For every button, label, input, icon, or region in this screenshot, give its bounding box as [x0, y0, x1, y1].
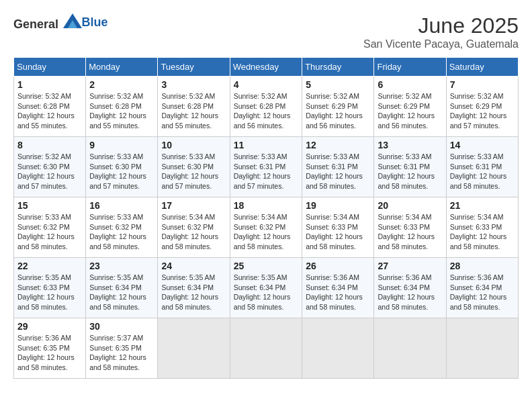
day-number: 8	[17, 140, 82, 150]
day-detail: Sunrise: 5:33 AMSunset: 6:30 PMDaylight:…	[89, 152, 154, 191]
day-cell-26: 26Sunrise: 5:36 AMSunset: 6:34 PMDayligh…	[302, 258, 374, 318]
day-cell-24: 24Sunrise: 5:35 AMSunset: 6:34 PMDayligh…	[158, 258, 230, 318]
day-detail: Sunrise: 5:32 AMSunset: 6:28 PMDaylight:…	[161, 91, 226, 131]
day-cell-17: 17Sunrise: 5:34 AMSunset: 6:32 PMDayligh…	[158, 197, 230, 258]
week-row-3: 15Sunrise: 5:33 AMSunset: 6:32 PMDayligh…	[14, 197, 519, 258]
day-cell-21: 21Sunrise: 5:34 AMSunset: 6:33 PMDayligh…	[446, 197, 518, 258]
day-cell-11: 11Sunrise: 5:33 AMSunset: 6:31 PMDayligh…	[230, 137, 302, 197]
day-number: 27	[378, 261, 442, 271]
logo-general: General	[13, 17, 58, 31]
title-area: June 2025 San Vicente Pacaya, Guatemala	[363, 13, 519, 50]
day-number: 21	[450, 200, 515, 211]
day-cell-12: 12Sunrise: 5:33 AMSunset: 6:31 PMDayligh…	[302, 137, 374, 197]
header-saturday: Saturday	[446, 58, 518, 77]
page-header: General Blue June 2025 San Vicente Pacay…	[13, 13, 519, 50]
day-cell-23: 23Sunrise: 5:35 AMSunset: 6:34 PMDayligh…	[86, 258, 158, 318]
day-detail: Sunrise: 5:33 AMSunset: 6:31 PMDaylight:…	[234, 152, 299, 191]
day-detail: Sunrise: 5:33 AMSunset: 6:31 PMDaylight:…	[306, 152, 370, 191]
day-cell-2: 2Sunrise: 5:32 AMSunset: 6:28 PMDaylight…	[86, 77, 158, 137]
day-number: 4	[234, 79, 299, 90]
day-cell-10: 10Sunrise: 5:33 AMSunset: 6:30 PMDayligh…	[158, 137, 230, 197]
day-detail: Sunrise: 5:33 AMSunset: 6:32 PMDaylight:…	[89, 212, 154, 252]
empty-cell	[446, 318, 518, 379]
day-detail: Sunrise: 5:36 AMSunset: 6:34 PMDaylight:…	[450, 273, 515, 312]
day-cell-22: 22Sunrise: 5:35 AMSunset: 6:33 PMDayligh…	[14, 258, 86, 318]
day-number: 2	[89, 79, 154, 90]
day-cell-28: 28Sunrise: 5:36 AMSunset: 6:34 PMDayligh…	[446, 258, 518, 318]
day-detail: Sunrise: 5:36 AMSunset: 6:35 PMDaylight:…	[17, 333, 82, 373]
day-detail: Sunrise: 5:36 AMSunset: 6:34 PMDaylight:…	[306, 273, 370, 312]
day-number: 30	[89, 321, 154, 332]
day-number: 9	[89, 140, 154, 150]
logo: General Blue	[13, 13, 108, 32]
empty-cell	[230, 318, 302, 379]
day-detail: Sunrise: 5:35 AMSunset: 6:34 PMDaylight:…	[161, 273, 226, 312]
day-cell-25: 25Sunrise: 5:35 AMSunset: 6:34 PMDayligh…	[230, 258, 302, 318]
day-number: 14	[450, 140, 515, 150]
day-cell-14: 14Sunrise: 5:33 AMSunset: 6:31 PMDayligh…	[446, 137, 518, 197]
day-detail: Sunrise: 5:33 AMSunset: 6:31 PMDaylight:…	[378, 152, 442, 191]
day-number: 25	[234, 261, 299, 271]
day-detail: Sunrise: 5:35 AMSunset: 6:34 PMDaylight:…	[234, 273, 299, 312]
day-number: 15	[17, 200, 82, 211]
calendar-subtitle: San Vicente Pacaya, Guatemala	[363, 38, 519, 50]
day-number: 11	[234, 140, 299, 150]
day-number: 23	[89, 261, 154, 271]
header-tuesday: Tuesday	[158, 58, 230, 77]
day-cell-20: 20Sunrise: 5:34 AMSunset: 6:33 PMDayligh…	[374, 197, 446, 258]
day-cell-7: 7Sunrise: 5:32 AMSunset: 6:29 PMDaylight…	[446, 77, 518, 137]
header-monday: Monday	[86, 58, 158, 77]
day-detail: Sunrise: 5:32 AMSunset: 6:28 PMDaylight:…	[89, 91, 154, 131]
day-number: 28	[450, 261, 515, 271]
day-number: 1	[17, 79, 82, 90]
day-cell-13: 13Sunrise: 5:33 AMSunset: 6:31 PMDayligh…	[374, 137, 446, 197]
day-number: 16	[89, 200, 154, 211]
day-number: 20	[378, 200, 442, 211]
day-detail: Sunrise: 5:35 AMSunset: 6:34 PMDaylight:…	[89, 273, 154, 312]
header-friday: Friday	[374, 58, 446, 77]
day-detail: Sunrise: 5:34 AMSunset: 6:32 PMDaylight:…	[234, 212, 299, 252]
day-detail: Sunrise: 5:34 AMSunset: 6:32 PMDaylight:…	[161, 212, 226, 252]
day-detail: Sunrise: 5:37 AMSunset: 6:35 PMDaylight:…	[89, 333, 154, 373]
day-cell-6: 6Sunrise: 5:32 AMSunset: 6:29 PMDaylight…	[374, 77, 446, 137]
day-detail: Sunrise: 5:35 AMSunset: 6:33 PMDaylight:…	[17, 273, 82, 312]
day-cell-3: 3Sunrise: 5:32 AMSunset: 6:28 PMDaylight…	[158, 77, 230, 137]
day-cell-9: 9Sunrise: 5:33 AMSunset: 6:30 PMDaylight…	[86, 137, 158, 197]
day-number: 6	[378, 79, 442, 90]
day-detail: Sunrise: 5:32 AMSunset: 6:29 PMDaylight:…	[306, 91, 370, 131]
calendar-title: June 2025	[363, 13, 519, 38]
header-wednesday: Wednesday	[230, 58, 302, 77]
day-cell-16: 16Sunrise: 5:33 AMSunset: 6:32 PMDayligh…	[86, 197, 158, 258]
day-cell-27: 27Sunrise: 5:36 AMSunset: 6:34 PMDayligh…	[374, 258, 446, 318]
day-detail: Sunrise: 5:33 AMSunset: 6:32 PMDaylight:…	[17, 212, 82, 252]
day-number: 17	[161, 200, 226, 211]
day-number: 24	[161, 261, 226, 271]
day-detail: Sunrise: 5:33 AMSunset: 6:31 PMDaylight:…	[450, 152, 515, 191]
day-number: 29	[17, 321, 82, 332]
empty-cell	[158, 318, 230, 379]
calendar-table: Sunday Monday Tuesday Wednesday Thursday…	[13, 57, 519, 379]
header-thursday: Thursday	[302, 58, 374, 77]
day-number: 13	[378, 140, 442, 150]
day-number: 19	[306, 200, 370, 211]
day-detail: Sunrise: 5:32 AMSunset: 6:29 PMDaylight:…	[450, 91, 515, 131]
day-cell-30: 30Sunrise: 5:37 AMSunset: 6:35 PMDayligh…	[86, 318, 158, 379]
day-number: 22	[17, 261, 82, 271]
day-detail: Sunrise: 5:36 AMSunset: 6:34 PMDaylight:…	[378, 273, 442, 312]
day-number: 26	[306, 261, 370, 271]
day-detail: Sunrise: 5:34 AMSunset: 6:33 PMDaylight:…	[378, 212, 442, 252]
day-cell-18: 18Sunrise: 5:34 AMSunset: 6:32 PMDayligh…	[230, 197, 302, 258]
week-row-4: 22Sunrise: 5:35 AMSunset: 6:33 PMDayligh…	[14, 258, 519, 318]
weekday-header-row: Sunday Monday Tuesday Wednesday Thursday…	[14, 58, 519, 77]
day-detail: Sunrise: 5:33 AMSunset: 6:30 PMDaylight:…	[161, 152, 226, 191]
day-cell-29: 29Sunrise: 5:36 AMSunset: 6:35 PMDayligh…	[14, 318, 86, 379]
day-cell-15: 15Sunrise: 5:33 AMSunset: 6:32 PMDayligh…	[14, 197, 86, 258]
day-number: 5	[306, 79, 370, 90]
day-cell-4: 4Sunrise: 5:32 AMSunset: 6:28 PMDaylight…	[230, 77, 302, 137]
header-sunday: Sunday	[14, 58, 86, 77]
day-cell-1: 1Sunrise: 5:32 AMSunset: 6:28 PMDaylight…	[14, 77, 86, 137]
day-number: 12	[306, 140, 370, 150]
day-number: 18	[234, 200, 299, 211]
day-cell-19: 19Sunrise: 5:34 AMSunset: 6:33 PMDayligh…	[302, 197, 374, 258]
day-detail: Sunrise: 5:32 AMSunset: 6:28 PMDaylight:…	[234, 91, 299, 131]
